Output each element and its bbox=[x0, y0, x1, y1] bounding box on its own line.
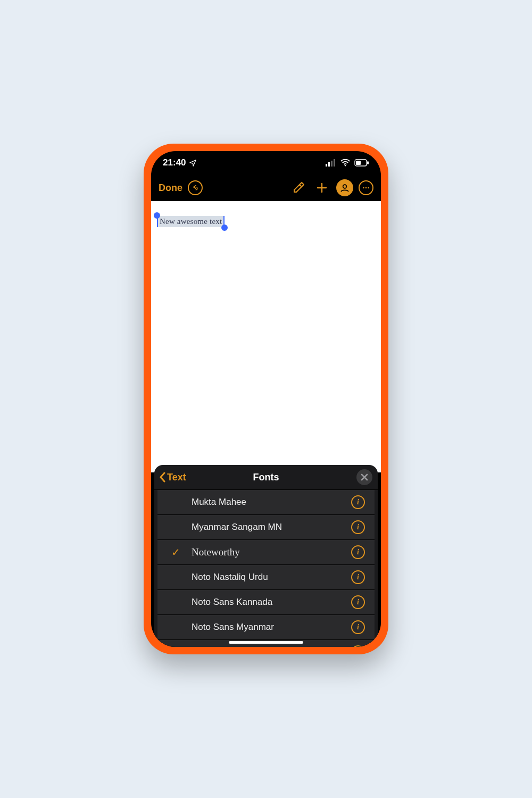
svg-point-9 bbox=[363, 187, 364, 189]
svg-point-11 bbox=[368, 187, 369, 189]
svg-rect-0 bbox=[326, 164, 327, 167]
check-icon: ✓ bbox=[171, 546, 180, 559]
info-icon[interactable]: i bbox=[351, 520, 365, 534]
font-row[interactable]: Noto Sans Myanmar i bbox=[157, 614, 375, 639]
close-icon bbox=[361, 473, 368, 481]
svg-rect-2 bbox=[331, 161, 332, 167]
notch bbox=[221, 151, 311, 167]
more-button[interactable] bbox=[359, 180, 373, 195]
selected-text[interactable]: New awesome text bbox=[157, 216, 224, 227]
fonts-panel-title: Fonts bbox=[253, 472, 279, 483]
svg-point-10 bbox=[365, 187, 367, 189]
undo-button[interactable] bbox=[188, 180, 203, 195]
fonts-list[interactable]: Mukta Mahee i Myanmar Sangam MN i ✓ Note… bbox=[157, 490, 375, 647]
font-name: Noto Sans Myanmar bbox=[192, 622, 274, 633]
font-name: Noto Sans Kannada bbox=[192, 597, 272, 608]
screen: 21:40 Done bbox=[151, 151, 381, 647]
editor-toolbar: Done bbox=[151, 174, 381, 201]
svg-rect-3 bbox=[334, 159, 335, 167]
location-arrow-icon bbox=[189, 159, 197, 167]
info-icon[interactable]: i bbox=[351, 495, 365, 509]
wifi-icon bbox=[340, 159, 350, 167]
font-row[interactable]: Noto Sans Kannada i bbox=[157, 589, 375, 614]
selection-handle-end[interactable] bbox=[221, 225, 228, 231]
font-row-selected[interactable]: ✓ Noteworthy i bbox=[157, 539, 375, 564]
chevron-left-icon bbox=[159, 472, 166, 483]
font-row[interactable]: Myanmar Sangam MN i bbox=[157, 514, 375, 539]
battery-icon bbox=[354, 159, 369, 167]
font-row[interactable]: Noto Nastaliq Urdu i bbox=[157, 564, 375, 589]
svg-rect-6 bbox=[356, 161, 361, 165]
font-name: Noteworthy bbox=[192, 546, 240, 558]
status-time: 21:40 bbox=[163, 157, 186, 168]
info-icon[interactable]: i bbox=[351, 645, 365, 647]
back-label: Text bbox=[167, 472, 186, 483]
add-button[interactable] bbox=[313, 179, 331, 197]
font-name: Myanmar Sangam MN bbox=[192, 522, 282, 533]
collaborate-button[interactable] bbox=[336, 179, 353, 196]
info-icon[interactable]: i bbox=[351, 570, 365, 584]
home-indicator[interactable] bbox=[229, 641, 303, 644]
fonts-panel-header: Text Fonts bbox=[154, 465, 378, 490]
close-button[interactable] bbox=[356, 469, 372, 485]
info-icon[interactable]: i bbox=[351, 595, 365, 609]
brush-button[interactable] bbox=[289, 179, 307, 197]
svg-point-8 bbox=[343, 185, 347, 188]
phone-frame: 21:40 Done bbox=[144, 144, 388, 654]
back-button[interactable]: Text bbox=[159, 465, 186, 489]
font-name: Noto Nastaliq Urdu bbox=[192, 572, 268, 583]
info-icon[interactable]: i bbox=[351, 545, 365, 559]
document-canvas[interactable]: New awesome text bbox=[151, 201, 381, 472]
svg-rect-7 bbox=[367, 161, 369, 164]
svg-rect-1 bbox=[328, 162, 330, 167]
font-row[interactable]: Mukta Mahee i bbox=[157, 490, 375, 514]
font-name: Mukta Mahee bbox=[192, 497, 246, 508]
done-button[interactable]: Done bbox=[159, 182, 182, 194]
info-icon[interactable]: i bbox=[351, 620, 365, 634]
svg-point-4 bbox=[345, 165, 346, 166]
fonts-panel: Text Fonts Mukta Mahee i Myanmar Sangam … bbox=[154, 465, 378, 647]
selection-handle-start[interactable] bbox=[154, 212, 160, 219]
signal-icon bbox=[326, 159, 336, 167]
